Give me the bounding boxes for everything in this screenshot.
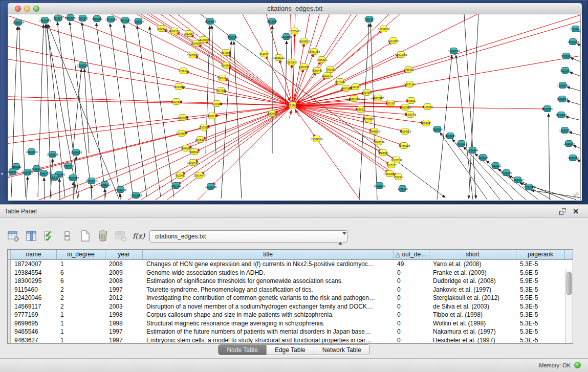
graph-node[interactable]: 9242848 xyxy=(222,62,230,69)
graph-node[interactable]: 9146821 xyxy=(260,51,268,57)
graph-node[interactable]: 7886372 xyxy=(357,106,364,113)
graph-node[interactable]: 24355724 xyxy=(14,19,22,26)
graph-node[interactable]: 1640954 xyxy=(433,126,441,133)
graph-node[interactable]: 15716485 xyxy=(207,183,214,190)
column-header-name[interactable]: name xyxy=(11,250,57,259)
graph-node[interactable]: 14136141 xyxy=(376,182,383,189)
graph-node[interactable]: 9115460 xyxy=(424,103,431,110)
window-resize-grip[interactable] xyxy=(573,192,579,199)
graph-node[interactable]: 62160 xyxy=(387,100,395,106)
column-header-in_degree[interactable]: in_degree xyxy=(57,250,105,259)
close-panel-icon[interactable]: ✕ xyxy=(573,207,579,216)
graph-node[interactable]: 9660123 xyxy=(170,28,178,34)
tab-network-table[interactable]: Network Table xyxy=(314,345,369,355)
graph-node[interactable]: 6466160 xyxy=(93,15,101,22)
graph-node[interactable]: 2018117 xyxy=(54,15,62,21)
graph-node[interactable]: 10653287 xyxy=(67,14,74,21)
graph-node[interactable]: 18300295 xyxy=(268,110,276,117)
graph-node[interactable]: 13218586 xyxy=(282,33,290,40)
close-window-button[interactable] xyxy=(15,6,21,12)
graph-node[interactable]: 15992971 xyxy=(561,127,569,134)
graph-node[interactable]: 3675685 xyxy=(222,49,230,56)
graph-node[interactable]: 16648784 xyxy=(450,48,458,54)
graph-node[interactable]: 10688809 xyxy=(371,128,378,135)
graph-node[interactable]: 2803144 xyxy=(219,75,226,81)
minimize-window-button[interactable] xyxy=(24,6,30,12)
graph-node[interactable]: 9457791 xyxy=(172,182,180,189)
graph-node[interactable]: 2718126 xyxy=(180,68,187,74)
graph-node[interactable]: 19654985 xyxy=(179,114,186,121)
graph-node[interactable]: 2935114 xyxy=(479,154,487,161)
graph-node[interactable]: 8413054 xyxy=(268,18,276,25)
new-column-icon[interactable] xyxy=(79,230,91,242)
graph-node[interactable]: 19524851 xyxy=(386,170,394,177)
column-header-short[interactable]: short xyxy=(429,250,516,259)
graph-node[interactable]: 12342757 xyxy=(40,170,48,177)
graph-node[interactable]: 9463627 xyxy=(407,97,415,104)
graph-node[interactable]: 12923448 xyxy=(132,192,140,199)
graph-node[interactable]: 7955812 xyxy=(318,56,325,63)
graph-node[interactable]: 13226058 xyxy=(200,36,207,43)
graph-node[interactable]: 16210643 xyxy=(557,112,565,118)
graph-node[interactable]: 13505125 xyxy=(69,174,77,181)
graph-node[interactable]: 19384554 xyxy=(313,136,320,142)
table-dropdown[interactable]: citations_edges.txt xyxy=(149,230,348,243)
graph-node[interactable]: 8267110 xyxy=(208,113,216,119)
graph-node[interactable]: 9170081 xyxy=(213,100,221,107)
graph-node[interactable]: 1362615 xyxy=(300,63,308,70)
graph-node[interactable]: 14961758 xyxy=(310,48,318,55)
graph-node[interactable]: 12213967 xyxy=(389,37,397,44)
graph-node[interactable]: 6679197 xyxy=(458,140,465,147)
graph-node[interactable]: 5905135 xyxy=(51,174,58,181)
function-builder-icon[interactable]: f(x) xyxy=(133,230,145,242)
column-checklist-icon[interactable] xyxy=(43,230,55,242)
graph-node[interactable]: 12975113 xyxy=(406,81,413,87)
column-header-year[interactable]: year xyxy=(105,250,143,259)
table-row[interactable]: 2242004622012Investigating the contribut… xyxy=(8,294,573,302)
graph-node[interactable]: 7515526 xyxy=(135,18,142,25)
graph-node[interactable]: 8190942 xyxy=(33,165,40,172)
graph-node[interactable]: 20206536 xyxy=(49,151,56,158)
graph-node[interactable]: 13210721 xyxy=(323,72,331,79)
graph-node[interactable]: 16958107 xyxy=(101,181,108,188)
network-canvas[interactable]: 2435572420691406201811710653287132760264… xyxy=(8,14,581,200)
graph-node[interactable]: 15495798 xyxy=(406,111,414,118)
graph-node[interactable]: 10973493 xyxy=(397,51,405,58)
tab-edge-table[interactable]: Edge Table xyxy=(267,345,314,355)
graph-node[interactable]: 10756928 xyxy=(400,142,408,149)
graph-node[interactable]: 9777169 xyxy=(336,78,344,85)
graph-node[interactable]: 7632621 xyxy=(492,162,499,169)
graph-node[interactable]: 20691406 xyxy=(41,17,49,24)
graph-node[interactable]: 5498222 xyxy=(190,148,198,155)
zoom-window-button[interactable] xyxy=(33,6,39,12)
graph-node[interactable]: 17957223 xyxy=(88,178,95,184)
graph-node[interactable]: 10025488 xyxy=(401,104,409,111)
graph-node[interactable]: 19166854 xyxy=(178,130,185,137)
graph-node[interactable]: 7663822 xyxy=(158,25,165,32)
vertical-scrollbar[interactable] xyxy=(565,270,573,343)
table-row[interactable]: 1938455462009Genome-wide association stu… xyxy=(8,269,573,277)
graph-node[interactable]: 3915914 xyxy=(9,168,16,175)
graph-node[interactable]: 15720407 xyxy=(364,116,372,122)
table-row[interactable]: 1456911722003Disruption of a novel membe… xyxy=(8,302,573,311)
graph-node[interactable]: 10807487 xyxy=(374,95,382,101)
graph-node[interactable]: 9397588 xyxy=(64,163,72,169)
graph-node[interactable]: 26160503 xyxy=(28,148,35,155)
graph-node[interactable]: 16640910 xyxy=(300,38,308,45)
column-header-pagerank[interactable]: pagerank xyxy=(516,250,565,259)
memory-status-indicator[interactable] xyxy=(574,362,581,368)
graph-node[interactable]: 6497568 xyxy=(342,85,350,92)
graph-node[interactable]: 11675310 xyxy=(569,155,577,161)
window-titlebar[interactable]: citations_edges.txt xyxy=(8,3,582,14)
graph-node[interactable]: 8938923 xyxy=(446,133,454,139)
graph-node[interactable]: 15751074 xyxy=(569,38,577,45)
graph-node[interactable]: 19654923 xyxy=(401,128,409,135)
graph-node[interactable]: 9899685 xyxy=(422,120,430,126)
table-settings-icon[interactable] xyxy=(7,230,19,242)
graph-node[interactable]: 20535346 xyxy=(79,62,86,69)
graph-node[interactable]: 17016504 xyxy=(565,140,573,147)
graph-node[interactable]: 16107544 xyxy=(172,98,180,105)
graph-node[interactable]: 7625402 xyxy=(176,172,184,179)
graph-node[interactable]: 13822031 xyxy=(288,59,295,65)
graph-node[interactable]: 16543396 xyxy=(192,40,200,47)
